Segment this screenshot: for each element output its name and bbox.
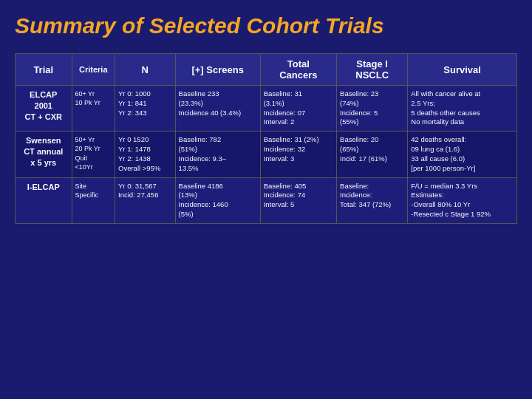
table-row: ELCAP 2001 CT + CXR60+ Yr 10 Pk YrYr 0: …	[16, 86, 517, 132]
cell-survival-row2: F/U = median 3.3 Yrs Estimates: -Overall…	[408, 177, 517, 223]
cell-survival-row0: All with cancer alive at 2.5 Yrs; 5 deat…	[408, 86, 517, 132]
header-stage-nsclc: Stage INSCLC	[337, 54, 408, 86]
page: Summary of Selected Cohort Trials Trial …	[0, 0, 532, 399]
cell-survival-row1: 42 deaths overall: 09 lung ca (1.6) 33 a…	[408, 132, 517, 177]
cell-n-row0: Yr 0: 1000 Yr 1: 841 Yr 2: 343	[115, 86, 176, 132]
cell-n-row2: Yr 0: 31,567 Incid: 27,456	[115, 177, 176, 223]
header-screens: [+] Screens	[175, 54, 260, 86]
header-trial: Trial	[16, 54, 72, 86]
header-criteria: Criteria	[72, 54, 115, 86]
cell-screens-row1: Baseline: 782 (51%) Incidence: 9.3– 13.5…	[175, 132, 260, 177]
cell-total_cancers-row0: Baseline: 31 (3.1%) Incidence: 07 Interv…	[260, 86, 336, 132]
cell-screens-row0: Baseline 233 (23.3%) Incidence 40 (3.4%)	[175, 86, 260, 132]
cell-trial-row2: I-ELCAP	[16, 177, 72, 223]
cell-criteria-row0: 60+ Yr 10 Pk Yr	[72, 86, 115, 132]
table-row: Swensen CT annual x 5 yrs50+ Yr 20 Pk Yr…	[16, 132, 517, 177]
cell-trial-row0: ELCAP 2001 CT + CXR	[16, 86, 72, 132]
table-row: I-ELCAPSite SpecificYr 0: 31,567 Incid: …	[16, 177, 517, 223]
cell-n-row1: Yr 0 1520 Yr 1: 1478 Yr 2: 1438 Overall …	[115, 132, 176, 177]
cell-criteria-row2: Site Specific	[72, 177, 115, 223]
cell-stage_nsclc-row1: Baseline: 20 (65%) Incid: 17 (61%)	[337, 132, 408, 177]
table-wrapper: Trial Criteria N [+] Screens TotalCancer…	[15, 53, 517, 224]
cell-stage_nsclc-row0: Baseline: 23 (74%) Incidence: 5 (55%)	[337, 86, 408, 132]
summary-table: Trial Criteria N [+] Screens TotalCancer…	[15, 53, 517, 224]
cell-stage_nsclc-row2: Baseline: Incidence: Total: 347 (72%)	[337, 177, 408, 223]
header-survival: Survival	[408, 54, 517, 86]
header-n: N	[115, 54, 176, 86]
cell-screens-row2: Baseline 4186 (13%) Incidence: 1460 (5%)	[175, 177, 260, 223]
cell-total_cancers-row1: Baseline: 31 (2%) Incidence: 32 Interval…	[260, 132, 336, 177]
cell-trial-row1: Swensen CT annual x 5 yrs	[16, 132, 72, 177]
page-title: Summary of Selected Cohort Trials	[15, 13, 517, 38]
header-total-cancers: TotalCancers	[260, 54, 336, 86]
cell-criteria-row1: 50+ Yr 20 Pk Yr Quit <10Yr	[72, 132, 115, 177]
cell-total_cancers-row2: Baseline: 405 Incidence: 74 Interval: 5	[260, 177, 336, 223]
